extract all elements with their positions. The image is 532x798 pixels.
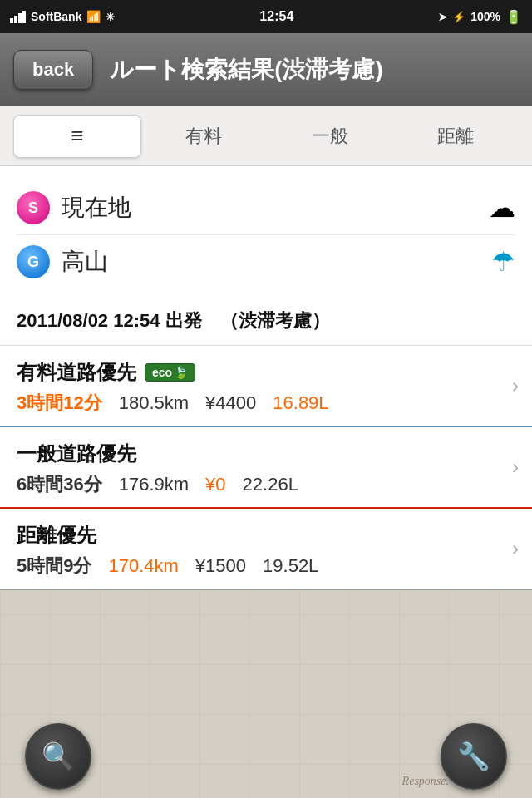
tab-bar: ≡ 有料 一般 距離: [0, 106, 532, 166]
leaf-icon: 🍃: [174, 366, 188, 379]
page-title: ルート検索結果(渋滞考慮): [110, 54, 519, 86]
route-card-general[interactable]: 一般道路優先 6時間36分 176.9km ¥0 22.26L ›: [0, 427, 532, 509]
location-left-start: S 現在地: [17, 191, 131, 224]
route-general-time: 6時間36分: [17, 472, 102, 497]
route-distance-toll: ¥1500: [195, 555, 246, 577]
status-left: SoftBank 📶 ✳: [10, 10, 115, 23]
eco-text: eco: [152, 366, 172, 379]
route-distance-km: 170.4km: [108, 555, 178, 577]
chevron-right-icon-3: ›: [512, 537, 519, 560]
route-general-toll: ¥0: [205, 474, 225, 495]
route-general-fuel: 22.26L: [243, 474, 298, 495]
list-icon: ≡: [71, 123, 83, 149]
route-toll-distance: 180.5km: [119, 392, 189, 414]
route-distance-title: 距離優先: [17, 522, 515, 549]
eco-badge: eco 🍃: [145, 363, 195, 382]
status-right: ➤ ⚡ 100% 🔋: [438, 9, 522, 25]
location-row-start: S 現在地 ☁: [17, 181, 515, 235]
chevron-right-icon: ›: [512, 374, 519, 397]
route-distance-time: 5時間9分: [17, 554, 91, 579]
carrier-name: SoftBank: [31, 10, 81, 23]
status-time: 12:54: [259, 9, 293, 24]
tab-distance-label: 距離: [437, 124, 474, 149]
route-toll-price: ¥4400: [205, 392, 256, 414]
content-overlay: S 現在地 ☁ G 高山 ☂ 2011/08/02 12:54 出発 （渋滞考慮…: [0, 166, 532, 590]
tab-distance[interactable]: 距離: [393, 115, 520, 158]
battery-label: 100%: [470, 10, 500, 23]
route-general-title: 一般道路優先: [17, 441, 515, 467]
route-distance-fuel: 19.52L: [263, 555, 318, 577]
tab-toll-label: 有料: [185, 124, 222, 149]
location-section: S 現在地 ☁ G 高山 ☂: [0, 166, 532, 297]
route-toll-fuel: 16.89L: [273, 392, 328, 414]
tab-general[interactable]: 一般: [267, 115, 393, 158]
route-card-distance[interactable]: 距離優先 5時間9分 170.4km ¥1500 19.52L ›: [0, 509, 532, 590]
end-badge: G: [17, 245, 50, 278]
wifi-icon: 📶: [86, 10, 101, 23]
end-name: 高山: [62, 246, 108, 278]
start-name: 現在地: [62, 192, 131, 224]
route-toll-details: 3時間12分 180.5km ¥4400 16.89L: [17, 391, 515, 416]
route-toll-title: 有料道路優先 eco 🍃: [17, 359, 515, 386]
activity-icon: ✳: [106, 11, 115, 23]
location-left-end: G 高山: [17, 245, 108, 278]
start-badge: S: [17, 191, 50, 224]
location-icon: ➤: [438, 11, 447, 23]
start-weather-icon: ☁: [489, 192, 515, 224]
end-weather-icon: ☂: [491, 246, 515, 278]
route-card-toll[interactable]: 有料道路優先 eco 🍃 3時間12分 180.5km ¥4400 16.89L…: [0, 346, 532, 427]
nav-bar: back ルート検索結果(渋滞考慮): [0, 33, 532, 106]
route-distance-details: 5時間9分 170.4km ¥1500 19.52L: [17, 554, 515, 579]
settings-tool-button[interactable]: 🔧: [441, 723, 507, 790]
route-general-distance: 176.9km: [119, 474, 189, 495]
route-toll-time: 3時間12分: [17, 391, 102, 416]
bluetooth-icon: ⚡: [452, 11, 466, 23]
back-button[interactable]: back: [13, 50, 93, 90]
departure-info: 2011/08/02 12:54 出発 （渋滞考慮）: [0, 297, 532, 346]
battery-icon: 🔋: [505, 9, 522, 25]
search-tool-button[interactable]: 🔍: [25, 723, 91, 790]
signal-icon: [10, 11, 26, 23]
route-general-details: 6時間36分 176.9km ¥0 22.26L: [17, 472, 515, 497]
tab-list[interactable]: ≡: [13, 115, 141, 158]
status-bar: SoftBank 📶 ✳ 12:54 ➤ ⚡ 100% 🔋: [0, 0, 532, 33]
tab-toll[interactable]: 有料: [141, 115, 268, 158]
location-row-end: G 高山 ☂: [17, 235, 515, 288]
wrench-icon: 🔧: [457, 741, 490, 772]
tab-general-label: 一般: [312, 124, 348, 149]
bottom-toolbar: 🔍 🔧: [0, 715, 532, 798]
search-map-icon: 🔍: [42, 741, 75, 772]
chevron-right-icon-2: ›: [512, 456, 519, 479]
